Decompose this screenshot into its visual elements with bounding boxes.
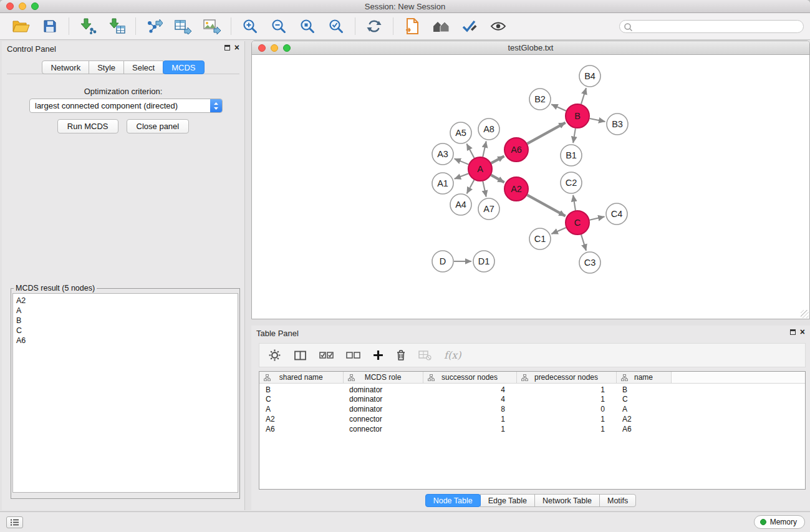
graph-edge-C-C2[interactable] <box>573 195 576 210</box>
add-row-plus-icon[interactable] <box>373 350 383 360</box>
houses-icon[interactable] <box>432 17 450 36</box>
zoom-fit-icon[interactable] <box>298 17 317 36</box>
close-button[interactable] <box>6 2 14 10</box>
graph-node-B[interactable]: B <box>566 104 589 128</box>
graph-node-A1[interactable]: A1 <box>432 173 453 194</box>
graph-edge-C-C4[interactable] <box>590 216 605 220</box>
mcds-result-item[interactable]: B <box>16 316 234 326</box>
tab-edge-table[interactable]: Edge Table <box>480 494 535 507</box>
delete-trash-icon[interactable] <box>396 349 406 361</box>
graph-node-D1[interactable]: D1 <box>473 251 494 272</box>
graph-node-C3[interactable]: C3 <box>579 252 600 273</box>
export-image-icon[interactable] <box>203 17 221 36</box>
graph-node-B1[interactable]: B1 <box>561 145 582 166</box>
table-row[interactable]: Bdominator41B <box>259 383 805 394</box>
network-canvas[interactable]: B4B2BB3A5A8A6B1A3AC2A1A2A4A7C4CC1C3DD1 <box>252 55 809 319</box>
graph-edge-B-B3[interactable] <box>590 118 605 122</box>
graph-edge-B-B4[interactable] <box>581 88 586 104</box>
column-header-shared-name[interactable]: shared name <box>259 372 343 383</box>
panel-list-button[interactable] <box>6 516 23 528</box>
zoom-selected-icon[interactable] <box>327 17 345 36</box>
zoom-button[interactable] <box>31 2 39 10</box>
graph-node-B4[interactable]: B4 <box>579 65 600 87</box>
graph-edge-A-A2[interactable] <box>491 175 504 183</box>
table-row[interactable]: A6connector11A6 <box>259 424 805 434</box>
export-table-icon[interactable] <box>174 17 193 36</box>
column-header-successor-nodes[interactable]: successor nodes <box>423 372 516 383</box>
float-table-panel-icon[interactable] <box>790 329 796 335</box>
graph-node-A7[interactable]: A7 <box>478 198 499 220</box>
network-window-titlebar[interactable]: testGlobe.txt <box>252 41 809 55</box>
search-input[interactable] <box>619 20 804 33</box>
graph-edge-A-A6[interactable] <box>491 156 504 163</box>
graph-edge-A-A1[interactable] <box>455 173 469 179</box>
graph-node-A3[interactable]: A3 <box>432 143 453 165</box>
graph-edge-C-C3[interactable] <box>581 235 586 251</box>
function-builder-fx-button[interactable]: f(x) <box>444 349 461 361</box>
graph-edge-B-B1[interactable] <box>573 128 576 143</box>
column-header-name[interactable]: name <box>616 372 671 383</box>
close-panel-button[interactable]: Close panel <box>127 119 190 133</box>
graph-edge-A-A4[interactable] <box>467 180 475 194</box>
export-network-icon[interactable] <box>145 17 164 36</box>
tab-mcds[interactable]: MCDS <box>163 60 204 74</box>
graph-edge-B-B2[interactable] <box>551 104 566 111</box>
close-panel-icon[interactable]: × <box>234 44 239 51</box>
import-table-icon[interactable] <box>107 17 126 36</box>
table-row[interactable]: A2connector11A2 <box>259 414 805 424</box>
zoom-out-icon[interactable] <box>269 17 288 36</box>
graph-edge-A-A5[interactable] <box>466 144 474 158</box>
import-network-icon[interactable] <box>79 17 97 36</box>
graph-node-C1[interactable]: C1 <box>529 228 551 249</box>
tab-select[interactable]: Select <box>123 60 163 74</box>
tab-node-table[interactable]: Node Table <box>425 494 481 507</box>
window-titlebar[interactable]: Session: New Session <box>0 0 810 13</box>
graph-node-A8[interactable]: A8 <box>478 118 499 140</box>
network-zoom-button[interactable] <box>283 44 291 52</box>
graph-node-A[interactable]: A <box>468 157 492 181</box>
graph-node-C4[interactable]: C4 <box>606 203 627 225</box>
show-column-icon[interactable] <box>294 350 307 361</box>
graph-node-C2[interactable]: C2 <box>561 172 582 193</box>
graph-node-B3[interactable]: B3 <box>607 114 628 135</box>
tab-motifs[interactable]: Motifs <box>599 494 636 507</box>
tab-network[interactable]: Network <box>42 60 89 74</box>
select-all-checkboxes-icon[interactable] <box>319 351 334 360</box>
document-arrow-icon[interactable] <box>403 17 422 36</box>
refresh-icon[interactable] <box>365 17 383 36</box>
criterion-select[interactable]: largest connected component (directed) <box>29 99 223 113</box>
table-row[interactable]: Cdominator41C <box>259 394 805 404</box>
close-table-panel-icon[interactable]: × <box>800 328 805 336</box>
eye-icon[interactable] <box>489 17 508 36</box>
mcds-result-item[interactable]: A2 <box>16 296 234 306</box>
graph-node-A6[interactable]: A6 <box>504 138 528 162</box>
graph-edge-A-A3[interactable] <box>455 158 469 164</box>
graph-edge-A-A8[interactable] <box>483 142 486 157</box>
mcds-result-item[interactable]: C <box>16 326 234 336</box>
memory-button[interactable]: Memory <box>754 515 805 529</box>
float-panel-icon[interactable] <box>224 45 230 51</box>
graph-node-D[interactable]: D <box>432 251 453 272</box>
brush-check-icon[interactable] <box>460 17 479 36</box>
table-row[interactable]: Adominator80A <box>259 404 805 414</box>
minimize-button[interactable] <box>19 2 26 10</box>
graph-edge-A6-B[interactable] <box>528 123 566 144</box>
graph-edge-A2-C[interactable] <box>528 195 566 216</box>
column-header-mcds-role[interactable]: MCDS role <box>343 372 423 383</box>
mcds-result-item[interactable]: A <box>16 306 234 316</box>
table-settings-gear-icon[interactable] <box>268 349 281 362</box>
save-icon[interactable] <box>41 17 59 36</box>
tab-style[interactable]: Style <box>89 60 124 74</box>
column-header-predecessor-nodes[interactable]: predecessor nodes <box>516 372 616 383</box>
graph-node-A5[interactable]: A5 <box>450 122 471 143</box>
graph-edge-C-C1[interactable] <box>551 228 566 234</box>
open-folder-icon[interactable] <box>12 17 31 36</box>
network-close-button[interactable] <box>258 44 266 52</box>
graph-node-B2[interactable]: B2 <box>529 89 551 110</box>
graph-node-C[interactable]: C <box>566 211 589 235</box>
tab-network-table[interactable]: Network Table <box>534 494 600 507</box>
graph-node-A4[interactable]: A4 <box>450 194 471 215</box>
graph-edge-A-A7[interactable] <box>483 181 486 197</box>
run-mcds-button[interactable]: Run MCDS <box>57 119 118 133</box>
graph-node-A2[interactable]: A2 <box>504 177 528 201</box>
